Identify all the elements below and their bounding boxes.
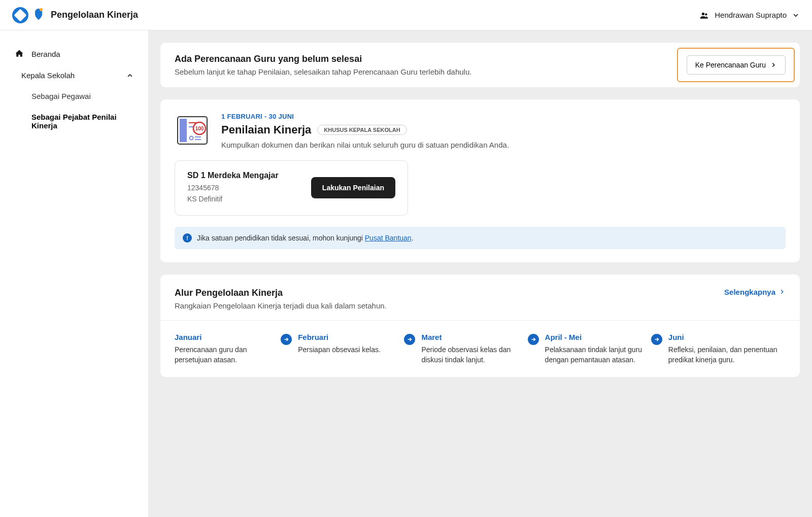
header-left: Pengelolaan Kinerja xyxy=(12,7,138,23)
svg-point-1 xyxy=(702,12,704,15)
pusat-bantuan-link[interactable]: Pusat Bantuan xyxy=(365,234,412,242)
nav-sub-sebagai-pegawai[interactable]: Sebagai Pegawai xyxy=(4,86,144,107)
timeline-desc: Refleksi, penilaian, dan penentuan predi… xyxy=(668,344,786,365)
username-label: Hendrawan Suprapto xyxy=(715,11,787,19)
selengkapnya-link[interactable]: Selengkapnya xyxy=(724,288,786,296)
arrow-right-icon xyxy=(404,334,415,345)
chevron-up-icon xyxy=(126,72,134,80)
timeline-item: Juni Refleksi, penilaian, dan penentuan … xyxy=(668,333,786,365)
alur-subtext: Rangkaian Pengelolaan Kinerja terjadi du… xyxy=(175,301,387,310)
chevron-right-icon xyxy=(779,288,786,295)
info-box: ! Jika satuan pendidikan tidak sesuai, m… xyxy=(175,227,786,249)
arrow-right-icon xyxy=(651,334,662,345)
timeline-item: Januari Perencanaan guru dan persetujuan… xyxy=(175,333,298,365)
logo-merdeka-icon xyxy=(32,7,45,23)
school-id: 12345678 xyxy=(187,182,279,193)
arrow-right-icon xyxy=(528,334,539,345)
svg-rect-6 xyxy=(180,119,187,142)
timeline-desc: Persiapan obsevasi kelas. xyxy=(298,344,397,355)
app-title: Pengelolaan Kinerja xyxy=(51,10,138,20)
sidebar: Beranda Kepala Sekolah Sebagai Pegawai S… xyxy=(0,30,148,517)
nav-beranda-label: Beranda xyxy=(31,50,60,58)
school-role: KS Definitif xyxy=(187,193,279,204)
alert-button-label: Ke Perencanaan Guru xyxy=(695,61,766,69)
role-badge: KHUSUS KEPALA SEKOLAH xyxy=(317,125,407,135)
school-name: SD 1 Merdeka Mengajar xyxy=(187,171,279,180)
info-prefix: Jika satuan pendidikan tidak sesuai, moh… xyxy=(197,234,365,242)
home-icon xyxy=(14,49,24,59)
timeline-desc: Periode observasi kelas dan diskusi tind… xyxy=(421,344,520,365)
penilaian-subtext: Kumpulkan dokumen dan berikan nilai untu… xyxy=(221,141,509,149)
timeline-item: Februari Persiapan obsevasi kelas. xyxy=(298,333,421,365)
nav-sub-sebagai-pejabat[interactable]: Sebagai Pejabat Penilai Kinerja xyxy=(4,107,144,136)
app-header: Pengelolaan Kinerja Hendrawan Suprapto xyxy=(0,0,812,30)
lakukan-penilaian-button[interactable]: Lakukan Penilaian xyxy=(311,177,395,198)
svg-point-0 xyxy=(40,8,43,11)
goto-perencanaan-button[interactable]: Ke Perencanaan Guru xyxy=(687,55,786,75)
timeline-month: Maret xyxy=(421,333,520,341)
nav-group-label: Kepala Sekolah xyxy=(21,71,75,80)
school-box: SD 1 Merdeka Mengajar 12345678 KS Defini… xyxy=(175,160,408,216)
alert-title: Ada Perencanaan Guru yang belum selesai xyxy=(175,54,687,64)
timeline-desc: Perencanaan guru dan persetujuan atasan. xyxy=(175,344,274,365)
nav-group-kepala-sekolah[interactable]: Kepala Sekolah xyxy=(4,65,144,86)
info-text: Jika satuan pendidikan tidak sesuai, moh… xyxy=(197,234,414,242)
user-group-icon xyxy=(699,10,709,20)
timeline-item: April - Mei Pelaksanaan tindak lanjut gu… xyxy=(545,333,668,365)
alur-title: Alur Pengelolaan Kinerja xyxy=(175,288,387,298)
alert-subtext: Sebelum lanjut ke tahap Penilaian, seles… xyxy=(175,67,687,76)
user-menu[interactable]: Hendrawan Suprapto xyxy=(699,10,800,20)
main-content: Ada Perencanaan Guru yang belum selesai … xyxy=(148,30,812,517)
alur-card: Alur Pengelolaan Kinerja Rangkaian Penge… xyxy=(160,274,800,377)
logo-group xyxy=(12,7,45,23)
timeline: Januari Perencanaan guru dan persetujuan… xyxy=(160,320,800,377)
nav-beranda[interactable]: Beranda xyxy=(4,43,144,65)
svg-text:100: 100 xyxy=(195,126,204,131)
chevron-right-icon xyxy=(770,61,777,68)
logo-kemendikbud-icon xyxy=(12,7,28,23)
timeline-month: Februari xyxy=(298,333,397,341)
penilaian-card: 100 1 FEBRUARI - 30 JUNI Penilaian Kiner… xyxy=(160,99,800,262)
alert-card: Ada Perencanaan Guru yang belum selesai … xyxy=(160,43,800,87)
penilaian-title: Penilaian Kinerja xyxy=(221,123,311,136)
arrow-right-icon xyxy=(281,334,292,345)
document-score-icon: 100 xyxy=(175,113,210,148)
chevron-down-icon xyxy=(792,11,800,19)
svg-point-2 xyxy=(705,13,707,15)
timeline-month: April - Mei xyxy=(545,333,644,341)
info-suffix: . xyxy=(412,234,414,242)
timeline-month: Januari xyxy=(175,333,274,341)
date-range: 1 FEBRUARI - 30 JUNI xyxy=(221,113,509,120)
timeline-desc: Pelaksanaan tindak lanjut guru dengan pe… xyxy=(545,344,644,365)
timeline-month: Juni xyxy=(668,333,786,341)
info-icon: ! xyxy=(183,233,192,243)
selengkapnya-label: Selengkapnya xyxy=(724,288,775,296)
timeline-item: Maret Periode observasi kelas dan diskus… xyxy=(421,333,545,365)
